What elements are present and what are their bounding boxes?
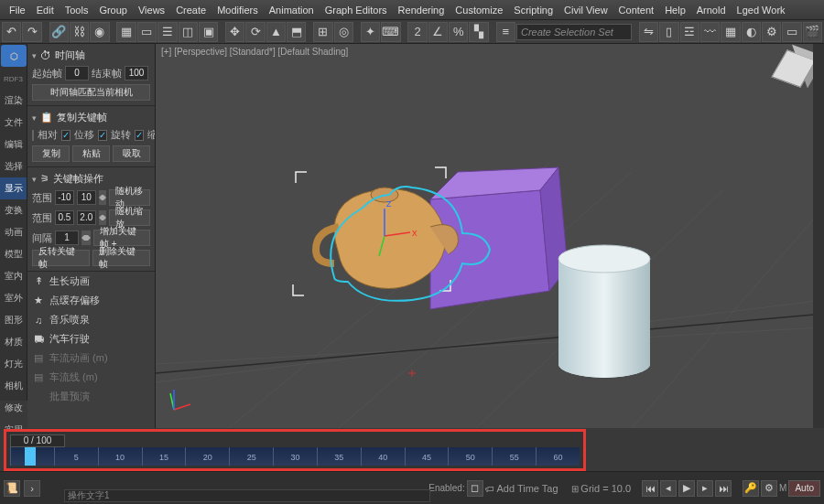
- goto-start-button[interactable]: ⏮: [642, 480, 658, 497]
- strip-tab-13[interactable]: 相机: [0, 375, 27, 397]
- rotation-checkbox[interactable]: [98, 130, 107, 141]
- bind-button[interactable]: ◉: [90, 22, 109, 42]
- range-a2-input[interactable]: 10: [77, 190, 96, 205]
- interval-input[interactable]: 1: [55, 231, 79, 245]
- time-config-button[interactable]: ⚙: [761, 480, 777, 497]
- menu-lged-work[interactable]: Lged Work: [732, 5, 791, 16]
- strip-tab-5[interactable]: 变换: [0, 199, 27, 221]
- copy-section-header[interactable]: 📋复制关键帧: [32, 109, 150, 126]
- named-sel-button[interactable]: ≡: [496, 22, 515, 42]
- viewport[interactable]: [+] [Perspective] [Standard*] [Default S…: [156, 44, 824, 428]
- anim-item-2[interactable]: ♫音乐喷泉: [27, 310, 155, 329]
- time-ruler[interactable]: 051015202530354045505560: [10, 447, 580, 466]
- menu-create[interactable]: Create: [170, 5, 211, 16]
- select-name-button[interactable]: ☰: [157, 22, 177, 42]
- select-scale-button[interactable]: ▲: [266, 22, 286, 42]
- anim-item-5[interactable]: ▤车流线 (m): [27, 368, 155, 387]
- paste-button[interactable]: 粘贴: [72, 145, 110, 162]
- range-a1-input[interactable]: -10: [55, 190, 74, 205]
- add-keyframe-button[interactable]: 增加关键帧 +: [93, 230, 150, 246]
- time-slider-playhead[interactable]: [25, 447, 36, 466]
- select-move-button[interactable]: ✥: [225, 22, 244, 42]
- curve-editor-button[interactable]: 〰: [700, 22, 720, 42]
- strip-tab-3[interactable]: 选择: [0, 155, 27, 177]
- anim-item-3[interactable]: ⛟汽车行驶: [27, 329, 155, 349]
- reverse-keyframe-button[interactable]: 反转关键帧: [32, 250, 90, 266]
- menu-customize[interactable]: Customize: [450, 5, 508, 16]
- layers-button[interactable]: ☲: [680, 22, 699, 42]
- time-tag-button[interactable]: 🏷 Add Time Tag: [485, 483, 558, 494]
- mirror-button[interactable]: ⇋: [639, 22, 658, 42]
- select-place-button[interactable]: ⬒: [287, 22, 306, 42]
- menu-graph-editors[interactable]: Graph Editors: [320, 5, 393, 16]
- menu-modifiers[interactable]: Modifiers: [211, 5, 264, 16]
- range-b2-input[interactable]: 2.0: [77, 210, 96, 225]
- unlink-button[interactable]: ⛓: [70, 22, 89, 42]
- menu-rendering[interactable]: Rendering: [393, 5, 450, 16]
- strip-tab-4[interactable]: 显示: [0, 177, 27, 199]
- strip-tab-9[interactable]: 室外: [0, 287, 27, 309]
- strip-tab-0[interactable]: 渲染: [0, 90, 27, 112]
- snap-2d-button[interactable]: 2: [407, 22, 427, 42]
- relative-checkbox[interactable]: [32, 130, 34, 141]
- goto-end-button[interactable]: ⏭: [715, 480, 732, 497]
- next-frame-button[interactable]: ▸: [697, 480, 713, 497]
- strip-tab-10[interactable]: 图形: [0, 309, 27, 331]
- enabled-toggle[interactable]: ◻: [467, 480, 483, 497]
- interval-spinner[interactable]: [81, 231, 91, 245]
- pick-button[interactable]: 吸取: [113, 145, 150, 162]
- prev-frame-button[interactable]: ◂: [660, 480, 677, 497]
- play-button[interactable]: ▶: [678, 480, 695, 497]
- strip-tab-8[interactable]: 室内: [0, 265, 27, 287]
- anim-item-1[interactable]: ★点缓存偏移: [27, 291, 155, 310]
- frame-counter[interactable]: 0 / 100: [10, 434, 65, 447]
- snap-percent-button[interactable]: %: [449, 22, 468, 42]
- menu-animation[interactable]: Animation: [264, 5, 320, 16]
- anim-item-4[interactable]: ▤车流动画 (m): [27, 349, 155, 368]
- auto-key-button[interactable]: Auto: [788, 480, 820, 497]
- selection-set-dropdown[interactable]: Create Selection Set: [516, 24, 632, 40]
- key-mode-button[interactable]: 🔑: [743, 480, 759, 497]
- render-setup-button[interactable]: ⚙: [762, 22, 781, 42]
- ref-coord-button[interactable]: ⊞: [313, 22, 332, 42]
- snap-angle-button[interactable]: ∠: [428, 22, 448, 42]
- render-frame-button[interactable]: ▭: [782, 22, 801, 42]
- menu-help[interactable]: Help: [659, 5, 691, 16]
- keyboard-button[interactable]: ⌨: [381, 22, 400, 42]
- end-frame-input[interactable]: 100: [125, 66, 148, 80]
- time-section-header[interactable]: ⏱时间轴: [32, 47, 150, 64]
- menu-scripting[interactable]: Scripting: [508, 5, 558, 16]
- strip-tab-6[interactable]: 动画: [0, 221, 27, 243]
- copy-button[interactable]: 复制: [32, 145, 70, 162]
- range-b-spinner[interactable]: [99, 210, 106, 225]
- viewport-label[interactable]: [+] [Perspective] [Standard*] [Default S…: [161, 47, 348, 57]
- command-panel-strip[interactable]: [813, 44, 824, 428]
- position-checkbox[interactable]: [61, 130, 70, 141]
- strip-tab-2[interactable]: 编辑: [0, 134, 27, 155]
- anim-item-6[interactable]: 批量预演: [27, 387, 155, 406]
- range-b1-input[interactable]: 0.5: [55, 210, 74, 225]
- strip-tab-1[interactable]: 文件: [0, 112, 27, 134]
- window-crossing-button[interactable]: ▣: [199, 22, 218, 42]
- match-camera-button[interactable]: 时间轴匹配当前相机: [32, 84, 150, 101]
- command-line-input[interactable]: 操作文字1: [64, 489, 430, 502]
- spinner-snap-button[interactable]: ▚: [469, 22, 488, 42]
- range-a-spinner[interactable]: [99, 190, 106, 205]
- viewcube[interactable]: [771, 49, 817, 95]
- random-scale-button[interactable]: 随机缩放: [109, 209, 150, 226]
- strip-tab-11[interactable]: 材质: [0, 331, 27, 353]
- plugin-logo-icon[interactable]: ⬡: [1, 45, 27, 67]
- strip-tab-12[interactable]: 灯光: [0, 353, 27, 375]
- menu-edit[interactable]: Edit: [31, 5, 60, 16]
- align-button[interactable]: ▯: [659, 22, 678, 42]
- schematic-button[interactable]: ▦: [721, 22, 740, 42]
- select-filter-button[interactable]: ▦: [116, 22, 136, 42]
- render-button[interactable]: 🎬: [803, 22, 822, 42]
- menu-arnold[interactable]: Arnold: [691, 5, 732, 16]
- material-editor-button[interactable]: ◐: [742, 22, 761, 42]
- strip-tab-7[interactable]: 模型: [0, 243, 27, 265]
- menu-civil-view[interactable]: Civil View: [558, 5, 613, 16]
- menu-views[interactable]: Views: [133, 5, 170, 16]
- menu-content[interactable]: Content: [613, 5, 660, 16]
- manipulate-button[interactable]: ✦: [361, 22, 380, 42]
